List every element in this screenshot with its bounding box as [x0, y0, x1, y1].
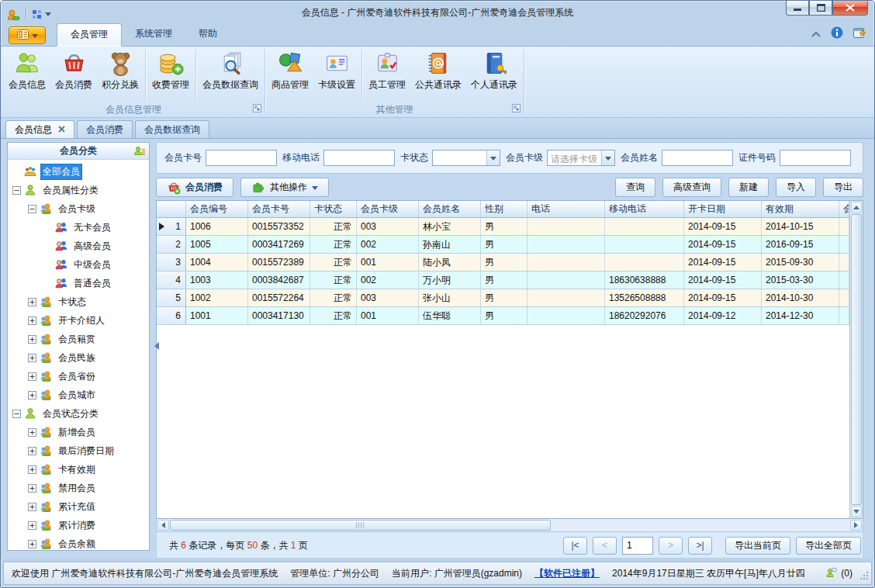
plus-expander-icon[interactable]: [28, 428, 36, 437]
next-page-button[interactable]: >: [659, 537, 683, 555]
tree-item-middle-member[interactable]: 中级会员: [8, 255, 149, 274]
doc-tab-member-consume[interactable]: 会员消费: [77, 120, 133, 138]
tree-item-total-recharge[interactable]: 累计充值: [8, 497, 149, 516]
plus-expander-icon[interactable]: [28, 372, 36, 381]
close-button[interactable]: [832, 1, 868, 16]
column-header-7[interactable]: 电话: [527, 201, 605, 217]
table-row[interactable]: 210050003417269正常002孙南山男2014-09-152016-0…: [157, 236, 849, 254]
member-data-query-button[interactable]: 会员数据查询: [198, 47, 263, 103]
tree-item-card-status[interactable]: 卡状态: [8, 292, 149, 311]
messages-icon[interactable]: [825, 567, 837, 580]
ribbon-tab-system-mgmt[interactable]: 系统管理: [122, 23, 185, 46]
plus-expander-icon[interactable]: [28, 391, 36, 399]
column-header-6[interactable]: 性别: [481, 201, 527, 217]
plus-expander-icon[interactable]: [28, 540, 36, 548]
plus-expander-icon[interactable]: [28, 521, 36, 530]
registered-link[interactable]: 【软件已注册】: [534, 567, 600, 580]
member-name-field[interactable]: [662, 150, 733, 166]
horizontal-scrollbar[interactable]: [156, 519, 863, 532]
tree-item-total-consume[interactable]: 累计消费: [8, 516, 149, 534]
info-icon[interactable]: [831, 26, 843, 41]
tree-item-card-introducer[interactable]: 开卡介绍人: [8, 311, 149, 330]
vertical-scroll-thumb[interactable]: [851, 214, 862, 505]
mobile-field[interactable]: [323, 150, 395, 166]
plus-expander-icon[interactable]: [28, 447, 36, 455]
tree-item-new-members[interactable]: 新增会员: [8, 423, 149, 441]
tab-close-icon[interactable]: [58, 124, 65, 135]
plus-expander-icon[interactable]: [28, 316, 36, 325]
staff-mgmt-button[interactable]: 员工管理: [364, 47, 410, 103]
tree-item-member-city[interactable]: 会员城市: [8, 386, 149, 404]
column-header-9[interactable]: 开卡日期: [684, 201, 762, 217]
minus-expander-icon[interactable]: [28, 205, 36, 213]
plus-expander-icon[interactable]: [28, 465, 36, 474]
plus-expander-icon[interactable]: [28, 484, 36, 493]
goods-mgmt-button[interactable]: 商品管理: [267, 47, 313, 103]
card-status-combo[interactable]: [432, 150, 500, 166]
ribbon-tab-help[interactable]: 帮助: [185, 23, 230, 46]
combo-dropdown-icon[interactable]: [601, 150, 614, 165]
card-level-button[interactable]: 卡级设置: [313, 47, 360, 103]
member-consume-action-button[interactable]: 会员消费: [156, 178, 233, 197]
column-header-5[interactable]: 会员姓名: [419, 201, 481, 217]
prev-page-button[interactable]: <: [593, 537, 617, 555]
tree-item-member-status-category[interactable]: 会员状态分类: [8, 404, 149, 423]
horizontal-scroll-thumb[interactable]: [170, 520, 551, 531]
combo-dropdown-icon[interactable]: [486, 150, 500, 165]
application-menu-button[interactable]: [9, 26, 46, 44]
points-exchange-button[interactable]: 积分兑换: [97, 47, 144, 103]
scroll-right-icon[interactable]: [850, 520, 862, 531]
tree-item-member-attribute-category[interactable]: 会员属性分类: [8, 181, 149, 199]
id-number-field[interactable]: [780, 150, 851, 166]
minus-expander-icon[interactable]: [12, 186, 21, 195]
column-header-1[interactable]: 会员编号: [186, 201, 248, 217]
vertical-scrollbar[interactable]: [849, 201, 863, 518]
tree-item-disabled-members[interactable]: 禁用会员: [8, 479, 149, 497]
resize-grip[interactable]: [860, 571, 869, 582]
dialog-launcher-icon[interactable]: [253, 104, 261, 115]
table-row[interactable]: 610010003417130正常001伍华聪男186202920762014-…: [157, 307, 849, 325]
import-button[interactable]: 导入: [776, 178, 816, 197]
plus-expander-icon[interactable]: [28, 298, 36, 306]
scroll-up-icon[interactable]: [851, 202, 862, 213]
personal-contacts-button[interactable]: 个人通讯录: [466, 47, 522, 103]
tree-item-member-birthplace[interactable]: 会员籍贯: [8, 330, 149, 348]
maximize-button[interactable]: [809, 1, 832, 16]
tree-item-no-card-member[interactable]: 无卡会员: [8, 218, 149, 237]
column-header-2[interactable]: 会员卡号: [248, 201, 310, 217]
page-input[interactable]: [622, 537, 653, 555]
column-header-8[interactable]: 移动电话: [605, 201, 684, 217]
doc-tab-member-info[interactable]: 会员信息: [5, 120, 74, 138]
minimize-button[interactable]: [786, 1, 809, 16]
tree-item-member-balance[interactable]: 会员余额: [8, 534, 149, 550]
program-icon[interactable]: [853, 27, 866, 41]
scroll-left-icon[interactable]: [157, 520, 169, 531]
column-header-4[interactable]: 会员卡级: [357, 201, 419, 217]
member-card-no-field[interactable]: [206, 150, 277, 166]
public-contacts-button[interactable]: 公共通讯录: [410, 47, 466, 103]
column-header-3[interactable]: 卡状态: [310, 201, 357, 217]
table-row[interactable]: 110060015573352正常003林小宝男2014-09-152014-1…: [157, 218, 849, 236]
table-row[interactable]: 510020015572264正常003张小山男135265088882014-…: [157, 289, 849, 307]
tree-item-all-members[interactable]: 全部会员: [8, 162, 149, 181]
ribbon-tab-member-mgmt[interactable]: 会员管理: [57, 23, 122, 47]
first-page-button[interactable]: |<: [563, 537, 587, 555]
category-settings-icon[interactable]: [133, 145, 146, 160]
tree-item-member-ethnicity[interactable]: 会员民族: [8, 348, 149, 367]
last-page-button[interactable]: >|: [688, 537, 712, 555]
export-current-page-button[interactable]: 导出当前页: [725, 537, 790, 555]
other-actions-button[interactable]: 其他操作: [240, 178, 329, 197]
tree-item-last-consume-date[interactable]: 最后消费日期: [8, 441, 149, 460]
plus-expander-icon[interactable]: [28, 335, 36, 344]
advanced-query-button[interactable]: 高级查询: [662, 178, 721, 197]
plus-expander-icon[interactable]: [28, 503, 36, 511]
minus-expander-icon[interactable]: [12, 410, 21, 418]
export-button[interactable]: 导出: [823, 178, 863, 197]
collapse-ribbon-icon[interactable]: [811, 29, 821, 40]
quick-access-button[interactable]: [32, 9, 51, 19]
tree-item-member-card-level[interactable]: 会员卡级: [8, 199, 149, 218]
fee-mgmt-button[interactable]: 收费管理: [147, 47, 194, 103]
member-info-button[interactable]: 会员信息: [4, 47, 50, 103]
member-consume-button[interactable]: 会员消费: [50, 47, 97, 103]
export-all-pages-button[interactable]: 导出全部页: [796, 537, 861, 555]
